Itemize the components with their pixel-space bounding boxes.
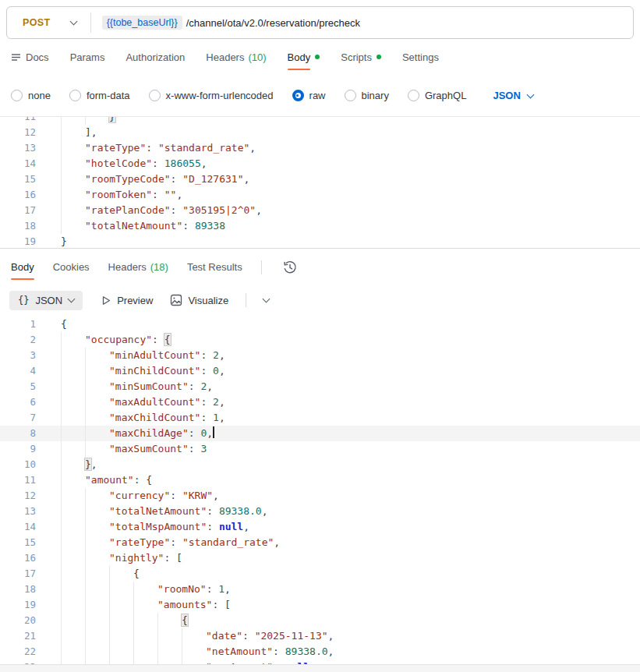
response-body-viewer[interactable]: 1{2"occupancy": {3"minAdultCount": 2,4"m… (0, 315, 640, 664)
code-line[interactable]: 21"date": "2025-11-13", (0, 628, 640, 644)
tab-scripts[interactable]: Scripts (341, 51, 381, 63)
body-type-form-data[interactable]: form-data (69, 90, 130, 101)
tab-body[interactable]: Body (288, 51, 320, 63)
preview-button[interactable]: Preview (100, 295, 153, 306)
tab-label: Scripts (341, 51, 372, 63)
tab-response-body[interactable]: Body (11, 261, 34, 273)
code-line[interactable]: 10}, (0, 457, 640, 472)
tab-response-headers[interactable]: Headers (18) (108, 261, 168, 273)
method-selector[interactable]: POST (7, 17, 90, 28)
url-input[interactable]: {{tobe_baseUrl}} /channel/ota/v2.0/reser… (91, 16, 633, 30)
body-type-graphql[interactable]: GraphQL (408, 90, 466, 101)
code-line[interactable]: 11} (0, 117, 640, 125)
body-type-raw[interactable]: raw (292, 90, 326, 101)
code-token: , (309, 661, 316, 664)
code-token: "hotelCode" (85, 157, 152, 169)
indent-guide (157, 660, 182, 664)
code-token: { (61, 318, 67, 330)
code-line[interactable]: 19} (0, 234, 640, 248)
radio-label: x-www-form-urlencoded (166, 90, 274, 101)
code-line[interactable]: 17"ratePlanCode": "305195|2^0", (0, 203, 640, 218)
code-token: "totalMspAmount" (109, 521, 207, 532)
tab-settings[interactable]: Settings (402, 51, 439, 63)
indent-guide (157, 613, 182, 628)
code-line[interactable]: 5"minSumCount": 2, (0, 379, 640, 394)
body-type-binary[interactable]: binary (345, 90, 389, 101)
code-token: : (171, 204, 183, 216)
code-token: , (207, 380, 213, 392)
code-line[interactable]: 15"roomTypeCode": "D_127631", (0, 172, 640, 187)
code-token: { (146, 474, 152, 486)
indent-guide (182, 660, 206, 664)
code-line[interactable]: 18"roomNo": 1, (0, 582, 640, 597)
response-format-button[interactable]: {} JSON (9, 291, 83, 310)
visualize-options-chevron[interactable] (263, 295, 270, 303)
tab-docs[interactable]: Docs (11, 51, 49, 63)
code-token: , (219, 412, 225, 423)
bottom-scrollbar-track[interactable] (0, 664, 640, 672)
indent-guide (61, 504, 85, 519)
language-selector[interactable]: JSON (493, 90, 532, 101)
code-line[interactable]: 19"amounts": [ (0, 597, 640, 613)
code-token: , (262, 505, 268, 517)
code-line[interactable]: 13"totalNetAmount": 89338.0, (0, 504, 640, 519)
code-line[interactable]: 6"maxAdultCount": 2, (0, 394, 640, 410)
code-line[interactable]: 20{ (0, 613, 640, 628)
code-line[interactable]: 12"currency": "KRW", (0, 488, 640, 504)
code-line[interactable]: 22"netAmount": 89338.0, (0, 644, 640, 660)
tab-cookies[interactable]: Cookies (53, 261, 90, 273)
indent-guide (85, 348, 109, 363)
indent-guide (61, 426, 85, 441)
visualize-button[interactable]: Visualize (170, 294, 228, 306)
indent-guide (61, 125, 85, 140)
radio-icon[interactable] (408, 90, 419, 101)
radio-icon[interactable] (69, 90, 81, 101)
indent-guide (61, 332, 85, 348)
code-line[interactable]: 2"occupancy": { (0, 332, 640, 348)
code-line[interactable]: 13"rateType": "standard_rate", (0, 140, 640, 156)
tab-headers[interactable]: Headers (10) (206, 51, 266, 63)
indent-guide (85, 488, 109, 504)
code-line[interactable]: 16"roomToken": "", (0, 187, 640, 203)
code-line[interactable]: 18"totalNetAmount": 89338 (0, 218, 640, 234)
indent-guide (61, 660, 85, 664)
response-history-button[interactable] (282, 260, 298, 275)
code-line[interactable]: 1{ (0, 317, 640, 332)
code-line[interactable]: 17{ (0, 566, 640, 582)
code-line[interactable]: 7"maxChildCount": 1, (0, 410, 640, 426)
tab-label: Test Results (187, 261, 242, 273)
code-line[interactable]: 9"maxSumCount": 3 (0, 441, 640, 457)
code-line[interactable]: 4"minChildCount": 0, (0, 363, 640, 379)
request-body-editor[interactable]: 11}12],13"rateType": "standard_rate",14"… (0, 117, 640, 248)
radio-icon[interactable] (149, 90, 161, 101)
tab-test-results[interactable]: Test Results (187, 261, 242, 273)
body-type-none[interactable]: none (11, 90, 51, 101)
code-line[interactable]: 14"totalMspAmount": null, (0, 519, 640, 535)
code-line[interactable]: 15"rateType": "standard_rate", (0, 535, 640, 550)
radio-icon[interactable] (345, 90, 356, 101)
tab-authorization[interactable]: Authorization (126, 51, 185, 63)
code-line[interactable]: 14"hotelCode": 186055, (0, 156, 640, 172)
code-token: "occupancy" (85, 334, 152, 345)
code-line[interactable]: 11"amount": { (0, 472, 640, 488)
line-number: 19 (0, 597, 36, 613)
indent-guide (61, 519, 85, 535)
code-line[interactable]: 8"maxChildAge": 0, (0, 426, 640, 441)
code-token: : (170, 490, 182, 501)
indent-guide (133, 644, 157, 660)
line-number: 20 (0, 613, 36, 628)
code-line[interactable]: 12], (0, 125, 640, 140)
code-line[interactable]: 3"minAdultCount": 2, (0, 348, 640, 363)
radio-icon[interactable] (11, 90, 23, 101)
line-number: 1 (0, 317, 36, 332)
tab-label: Body (288, 51, 311, 63)
url-variable-pill[interactable]: {{tobe_baseUrl}} (102, 16, 182, 30)
radio-selected-icon[interactable] (292, 90, 304, 101)
code-line[interactable]: 16"nightly": [ (0, 550, 640, 566)
body-type-x-www-form-urlencoded[interactable]: x-www-form-urlencoded (149, 90, 274, 101)
indent-guide (61, 117, 85, 125)
code-token: "standard_rate" (158, 142, 249, 154)
braces-icon: {} (18, 295, 29, 306)
indent-guide (133, 582, 157, 597)
tab-params[interactable]: Params (70, 51, 105, 63)
